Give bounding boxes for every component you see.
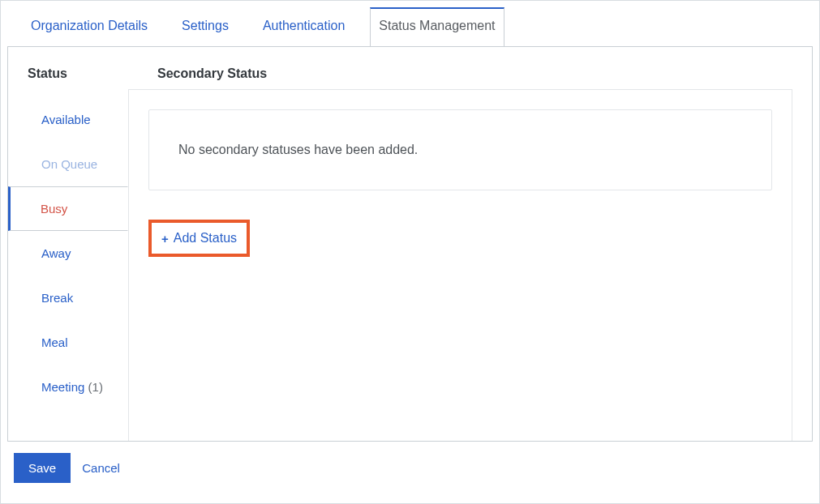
status-item-away[interactable]: Away: [8, 231, 128, 275]
cancel-button[interactable]: Cancel: [82, 461, 120, 475]
column-headers: Status Secondary Status: [8, 47, 812, 89]
status-management-panel: Status Secondary Status Available On Que…: [7, 46, 813, 442]
plus-icon: +: [161, 233, 169, 245]
tab-organization-details[interactable]: Organization Details: [22, 6, 157, 47]
header-secondary-status: Secondary Status: [157, 66, 267, 81]
status-item-meeting-count: (1): [88, 380, 103, 394]
scroll-area[interactable]: Status Secondary Status Available On Que…: [8, 47, 812, 441]
save-button[interactable]: Save: [14, 453, 71, 483]
status-item-meal[interactable]: Meal: [8, 320, 128, 365]
empty-state-card: No secondary statuses have been added.: [148, 109, 772, 190]
status-item-available[interactable]: Available: [8, 97, 128, 142]
tab-settings[interactable]: Settings: [173, 6, 238, 47]
status-item-on-queue[interactable]: On Queue: [8, 142, 128, 186]
empty-state-message: No secondary statuses have been added.: [178, 143, 418, 156]
tab-bar: Organization Details Settings Authentica…: [7, 7, 813, 46]
secondary-status-area: No secondary statuses have been added. +…: [128, 89, 792, 441]
footer-actions: Save Cancel: [7, 442, 813, 483]
page-root: Organization Details Settings Authentica…: [0, 0, 820, 504]
tab-authentication[interactable]: Authentication: [254, 6, 354, 47]
content-row: Available On Queue Busy Away Break Meal …: [8, 89, 812, 441]
status-item-busy[interactable]: Busy: [8, 186, 128, 231]
add-status-label: Add Status: [174, 231, 237, 246]
status-list: Available On Queue Busy Away Break Meal …: [8, 89, 128, 441]
status-item-break[interactable]: Break: [8, 275, 128, 320]
status-item-meeting-label: Meeting: [41, 380, 84, 394]
header-status: Status: [28, 66, 157, 81]
status-item-meeting[interactable]: Meeting (1): [8, 365, 128, 409]
tab-status-management[interactable]: Status Management: [370, 7, 504, 47]
add-status-highlight: + Add Status: [148, 220, 250, 257]
add-status-button[interactable]: + Add Status: [153, 224, 245, 252]
